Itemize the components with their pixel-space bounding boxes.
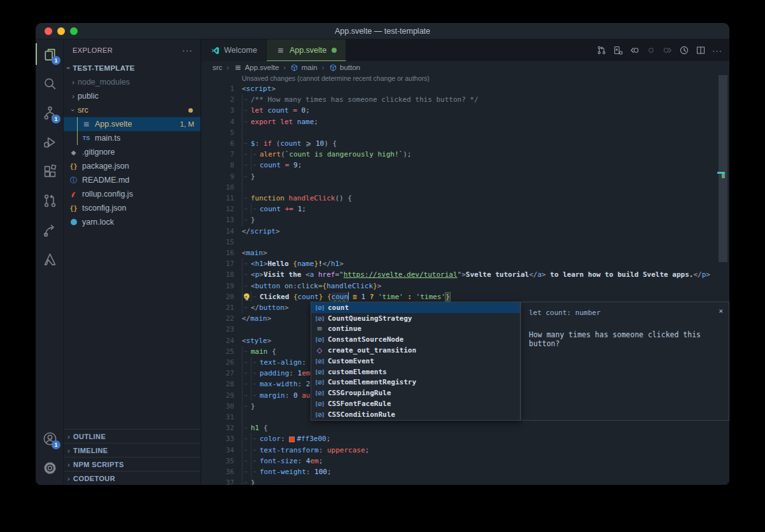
tree-item-readme-md[interactable]: ⓘREADME.md bbox=[64, 173, 200, 187]
code-line-19[interactable]: 19→<button on:click={handleClick}> bbox=[201, 281, 729, 291]
code-line-10[interactable]: 10 bbox=[201, 182, 729, 193]
autocomplete-detail-panel: let count: number How many times has som… bbox=[521, 302, 729, 421]
line-number: 23 bbox=[201, 324, 234, 335]
code-token: h1 bbox=[251, 424, 263, 432]
suggestion-countqueuingstrategy[interactable]: [⊘]CountQueuingStrategy bbox=[311, 313, 520, 324]
tree-item-main-ts[interactable]: TSmain.ts bbox=[64, 131, 200, 145]
code-token: < bbox=[251, 260, 255, 268]
code-token: ⩾ bbox=[302, 139, 316, 148]
tree-item--gitignore[interactable]: ◆.gitignore bbox=[64, 145, 200, 159]
tree-item-yarn-lock[interactable]: yarn.lock bbox=[64, 215, 200, 229]
suggestion-continue[interactable]: ≡continue bbox=[311, 324, 520, 335]
code-line-17[interactable]: 17→<h1>Hello {name}!</h1> bbox=[201, 258, 729, 269]
explorer-more-actions[interactable]: ··· bbox=[182, 39, 193, 61]
tree-item-node-modules[interactable]: ›node_modules bbox=[64, 75, 200, 89]
breadcrumb-main[interactable]: main bbox=[290, 63, 318, 72]
suggestion-create_out_transition[interactable]: ◇create_out_transition bbox=[311, 345, 520, 356]
activity-accounts[interactable]: 1 bbox=[36, 424, 64, 453]
code-line-8[interactable]: 8→→count = 9; bbox=[201, 160, 729, 171]
code-line-37[interactable]: 37→} bbox=[201, 477, 729, 485]
code-line-15[interactable]: 15 bbox=[201, 237, 729, 248]
section-outline[interactable]: ›OUTLINE bbox=[64, 429, 200, 443]
tree-item-tsconfig-json[interactable]: {}tsconfig.json bbox=[64, 201, 200, 215]
source-control-graph-button[interactable] bbox=[593, 42, 610, 59]
close-icon[interactable]: ✕ bbox=[719, 307, 723, 315]
navigate-forward-button[interactable] bbox=[659, 42, 676, 59]
navigate-back-button[interactable] bbox=[626, 42, 643, 59]
suggestion-customevent[interactable]: [⊘]CustomEvent bbox=[311, 356, 520, 367]
suggestion-cssfontfacerule[interactable]: [⊘]CSSFontFaceRule bbox=[311, 398, 520, 409]
current-position-button[interactable] bbox=[643, 42, 659, 59]
scrollbar-thumb[interactable] bbox=[719, 75, 727, 262]
suggestion-customelementregistry[interactable]: [⊘]CustomElementRegistry bbox=[311, 377, 520, 388]
activity-source-control[interactable]: 1 bbox=[36, 98, 64, 127]
code-line-35[interactable]: 35→→font-size: 4em; bbox=[201, 456, 729, 466]
symbol-mod-icon: ◇ bbox=[314, 346, 325, 354]
code-line-6[interactable]: 6→$: if (count ⩾ 10) { bbox=[201, 138, 729, 149]
color-swatch[interactable] bbox=[289, 437, 295, 442]
tree-item-rollup-config-js[interactable]: rollup.config.js bbox=[64, 187, 200, 201]
titlebar[interactable]: App.svelte — test-template bbox=[36, 23, 729, 39]
tab-welcome[interactable]: Welcome bbox=[201, 39, 267, 61]
suggestion-constantsourcenode[interactable]: [⊘]ConstantSourceNode bbox=[311, 334, 520, 345]
suggestion-customelements[interactable]: [⊘]customElements bbox=[311, 367, 520, 377]
breadcrumb-label: App.svelte bbox=[245, 64, 279, 71]
code-line-33[interactable]: 33→→color: #ff3e00; bbox=[201, 433, 729, 444]
tree-item-src[interactable]: ›src bbox=[64, 103, 200, 117]
code-line-18[interactable]: 18→<p>Visit the <a href="https://svelte.… bbox=[201, 269, 729, 280]
suggestion-cssconditionrule[interactable]: [⊘]CSSConditionRule bbox=[311, 409, 520, 420]
activity-run-and-debug[interactable] bbox=[36, 127, 64, 157]
code-line-14[interactable]: 14</script> bbox=[201, 226, 729, 237]
suggestion-cssgroupingrule[interactable]: [⊘]CSSGroupingRule bbox=[311, 388, 520, 398]
code-token: ; bbox=[327, 468, 332, 476]
tree-item-package-json[interactable]: {}package.json bbox=[64, 159, 200, 173]
code-line-13[interactable]: 13→} bbox=[201, 214, 729, 225]
chevron-right-icon: › bbox=[67, 461, 70, 468]
open-changes-button[interactable] bbox=[610, 42, 626, 59]
activity-settings[interactable] bbox=[36, 453, 64, 482]
code-line-11[interactable]: 11→function handleClick() { bbox=[201, 193, 729, 204]
code-line-12[interactable]: 12→→count += 1; bbox=[201, 204, 729, 214]
code-token: } bbox=[314, 260, 318, 268]
section-npm-scripts[interactable]: ›NPM SCRIPTS bbox=[64, 457, 200, 471]
run-button[interactable] bbox=[676, 42, 692, 59]
suggestion-label: create_out_transition bbox=[328, 346, 416, 354]
split-editor-button[interactable] bbox=[692, 42, 709, 59]
editor-scrollbar[interactable] bbox=[716, 74, 729, 485]
code-line-34[interactable]: 34→→text-transform: uppercase; bbox=[201, 445, 729, 456]
code-line-20[interactable]: 20→→Clicked {count} {coun ≡ 1 ? 'time' :… bbox=[201, 291, 729, 302]
code-line-16[interactable]: 16<main> bbox=[201, 248, 729, 258]
breadcrumb-app-svelte[interactable]: ≡App.svelte bbox=[234, 63, 279, 72]
project-root-folder[interactable]: › TEST-TEMPLATE bbox=[64, 61, 200, 75]
code-editor[interactable]: Unsaved changes (cannot determine recent… bbox=[201, 74, 729, 485]
tree-item-app-svelte[interactable]: ≡App.svelte1, M bbox=[64, 117, 200, 131]
tree-item-public[interactable]: ›public bbox=[64, 89, 200, 103]
tab-app-svelte[interactable]: ≡App.svelte bbox=[267, 39, 346, 61]
section-timeline[interactable]: ›TIMELINE bbox=[64, 443, 200, 457]
symbol-var-icon: [⊘] bbox=[314, 304, 325, 311]
activity-github-pull-requests[interactable] bbox=[36, 186, 64, 215]
section-codetour[interactable]: ›CODETOUR bbox=[64, 471, 200, 485]
code-line-2[interactable]: 2→/** How many times has someone clicked… bbox=[201, 94, 729, 105]
code-line-3[interactable]: 3→let count = 0; bbox=[201, 105, 729, 116]
code-token: max-width bbox=[260, 380, 298, 388]
breadcrumb-button[interactable]: button bbox=[328, 63, 360, 72]
suggestion-count[interactable]: [⊘]count bbox=[311, 302, 520, 313]
more-actions-button[interactable]: ··· bbox=[709, 42, 726, 59]
code-line-9[interactable]: 9→} bbox=[201, 171, 729, 182]
activity-azure[interactable] bbox=[36, 244, 64, 274]
activity-live-share[interactable] bbox=[36, 215, 64, 244]
code-line-5[interactable]: 5 bbox=[201, 127, 729, 138]
code-line-7[interactable]: 7→→alert(`count is dangerously high!`); bbox=[201, 149, 729, 160]
code-token: : bbox=[298, 380, 306, 388]
code-line-4[interactable]: 4→export let name; bbox=[201, 116, 729, 127]
activity-explorer[interactable]: 1 bbox=[36, 39, 64, 69]
codelens-unsaved-changes[interactable]: Unsaved changes (cannot determine recent… bbox=[242, 74, 430, 82]
code-line-32[interactable]: 32→h1 { bbox=[201, 423, 729, 433]
activity-search[interactable] bbox=[36, 69, 64, 98]
code-token: ) { bbox=[324, 139, 337, 148]
activity-extensions[interactable] bbox=[36, 157, 64, 186]
code-line-1[interactable]: 1<script> bbox=[201, 83, 729, 94]
code-line-36[interactable]: 36→→font-weight: 100; bbox=[201, 466, 729, 477]
breadcrumb-src[interactable]: src bbox=[213, 64, 222, 71]
